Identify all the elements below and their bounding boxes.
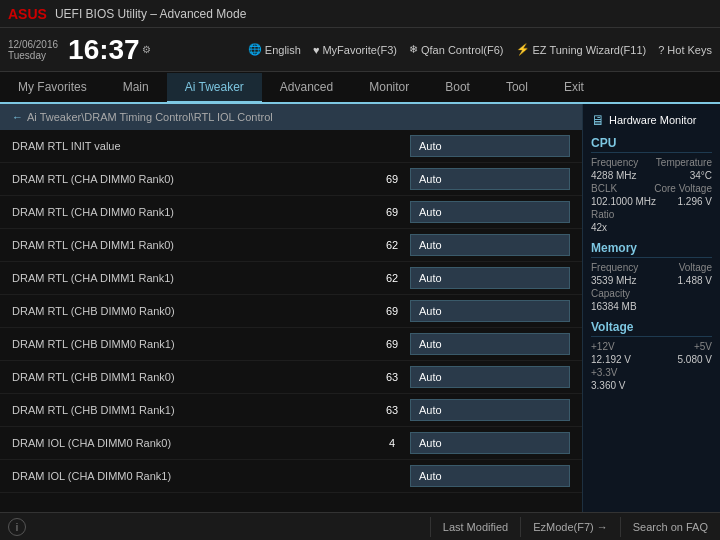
cpu-temp-val: 34°C bbox=[690, 170, 712, 181]
setting-num: 69 bbox=[382, 173, 402, 185]
cpu-bclk-label: BCLK bbox=[591, 183, 617, 194]
mem-cap-val: 16384 MB bbox=[591, 301, 712, 312]
setting-num: 62 bbox=[382, 272, 402, 284]
setting-num: 69 bbox=[382, 338, 402, 350]
cpu-ratio-label: Ratio bbox=[591, 209, 614, 220]
cpu-ratio-val: 42x bbox=[591, 222, 712, 233]
setting-label: DRAM IOL (CHA DIMM0 Rank0) bbox=[12, 437, 382, 449]
mem-freq-label: Frequency bbox=[591, 262, 638, 273]
setting-row[interactable]: DRAM RTL (CHB DIMM0 Rank1)69Auto bbox=[0, 328, 582, 361]
setting-label: DRAM RTL (CHA DIMM0 Rank1) bbox=[12, 206, 382, 218]
volt-12v-val: 12.192 V bbox=[591, 354, 631, 365]
tab-monitor[interactable]: Monitor bbox=[351, 72, 427, 102]
setting-num: 69 bbox=[382, 206, 402, 218]
tab-main[interactable]: Main bbox=[105, 72, 167, 102]
setting-dropdown[interactable]: Auto bbox=[410, 399, 570, 421]
setting-row[interactable]: DRAM RTL (CHA DIMM1 Rank0)62Auto bbox=[0, 229, 582, 262]
breadcrumb-text: Ai Tweaker\DRAM Timing Control\RTL IOL C… bbox=[27, 111, 273, 123]
asus-logo: ASUS bbox=[8, 6, 47, 22]
main-panel: ← Ai Tweaker\DRAM Timing Control\RTL IOL… bbox=[0, 104, 582, 512]
ez-tuning-menu[interactable]: ⚡ EZ Tuning Wizard(F11) bbox=[516, 43, 647, 56]
mem-freq-label-row: Frequency Voltage bbox=[591, 262, 712, 273]
sidebar-title: Hardware Monitor bbox=[609, 114, 696, 126]
volt-33v-label-row: +3.3V bbox=[591, 367, 712, 378]
voltage-section-title: Voltage bbox=[591, 320, 712, 337]
info-icon[interactable]: i bbox=[8, 518, 26, 536]
setting-dropdown[interactable]: Auto bbox=[410, 267, 570, 289]
monitor-icon: 🖥 bbox=[591, 112, 605, 128]
setting-dropdown[interactable]: Auto bbox=[410, 432, 570, 454]
setting-row[interactable]: DRAM IOL (CHA DIMM0 Rank1)Auto bbox=[0, 460, 582, 493]
datetime-bar: 12/06/2016 Tuesday 16:37 ⚙ 🌐 English ♥ M… bbox=[0, 28, 720, 72]
cpu-bclk-label-row: BCLK Core Voltage bbox=[591, 183, 712, 194]
setting-num: 63 bbox=[382, 404, 402, 416]
time-display: 16:37 bbox=[68, 36, 140, 64]
setting-dropdown[interactable]: Auto bbox=[410, 333, 570, 355]
setting-label: DRAM RTL (CHA DIMM0 Rank0) bbox=[12, 173, 382, 185]
mem-cap-label: Capacity bbox=[591, 288, 630, 299]
cpu-bclk-val-row: 102.1000 MHz 1.296 V bbox=[591, 196, 712, 207]
tab-exit[interactable]: Exit bbox=[546, 72, 602, 102]
tab-advanced[interactable]: Advanced bbox=[262, 72, 351, 102]
tab-ai-tweaker[interactable]: Ai Tweaker bbox=[167, 73, 262, 103]
mem-freq-val: 3539 MHz bbox=[591, 275, 637, 286]
setting-row[interactable]: DRAM RTL (CHA DIMM0 Rank0)69Auto bbox=[0, 163, 582, 196]
setting-dropdown[interactable]: Auto bbox=[410, 135, 570, 157]
bottom-bar: i Last Modified EzMode(F7) → Search on F… bbox=[0, 512, 720, 540]
setting-dropdown[interactable]: Auto bbox=[410, 300, 570, 322]
cpu-freq-val: 4288 MHz bbox=[591, 170, 637, 181]
mem-voltage-label: Voltage bbox=[679, 262, 712, 273]
nav-tabs: My Favorites Main Ai Tweaker Advanced Mo… bbox=[0, 72, 720, 104]
cpu-ratio-label-row: Ratio bbox=[591, 209, 712, 220]
cpu-freq-val-row: 4288 MHz 34°C bbox=[591, 170, 712, 181]
setting-row[interactable]: DRAM RTL (CHA DIMM0 Rank1)69Auto bbox=[0, 196, 582, 229]
setting-label: DRAM RTL (CHA DIMM1 Rank1) bbox=[12, 272, 382, 284]
setting-label: DRAM IOL (CHA DIMM0 Rank1) bbox=[12, 470, 382, 482]
myfavorite-menu[interactable]: ♥ MyFavorite(F3) bbox=[313, 44, 397, 56]
mem-cap-label-row: Capacity bbox=[591, 288, 712, 299]
search-faq-btn[interactable]: Search on FAQ bbox=[620, 517, 720, 537]
mem-freq-val-row: 3539 MHz 1.488 V bbox=[591, 275, 712, 286]
setting-row[interactable]: DRAM IOL (CHA DIMM0 Rank0)4Auto bbox=[0, 427, 582, 460]
setting-label: DRAM RTL (CHA DIMM1 Rank0) bbox=[12, 239, 382, 251]
setting-row[interactable]: DRAM RTL (CHA DIMM1 Rank1)62Auto bbox=[0, 262, 582, 295]
gear-icon[interactable]: ⚙ bbox=[142, 44, 151, 55]
cpu-voltage-val: 1.296 V bbox=[678, 196, 712, 207]
setting-dropdown[interactable]: Auto bbox=[410, 201, 570, 223]
language-menu[interactable]: 🌐 English bbox=[248, 43, 301, 56]
volt-5v-label: +5V bbox=[694, 341, 712, 352]
setting-dropdown[interactable]: Auto bbox=[410, 465, 570, 487]
qfan-menu[interactable]: ❄ Qfan Control(F6) bbox=[409, 43, 504, 56]
bottom-left: i bbox=[0, 518, 34, 536]
content-area: ← Ai Tweaker\DRAM Timing Control\RTL IOL… bbox=[0, 104, 720, 512]
setting-num: 62 bbox=[382, 239, 402, 251]
hot-keys-menu[interactable]: ? Hot Keys bbox=[658, 44, 712, 56]
cpu-bclk-val: 102.1000 MHz bbox=[591, 196, 656, 207]
hardware-monitor-sidebar: 🖥 Hardware Monitor CPU Frequency Tempera… bbox=[582, 104, 720, 512]
volt-12v-label-row: +12V +5V bbox=[591, 341, 712, 352]
breadcrumb: ← Ai Tweaker\DRAM Timing Control\RTL IOL… bbox=[0, 104, 582, 130]
top-menu-icons: 🌐 English ♥ MyFavorite(F3) ❄ Qfan Contro… bbox=[248, 43, 712, 56]
tab-tool[interactable]: Tool bbox=[488, 72, 546, 102]
volt-5v-val: 5.080 V bbox=[678, 354, 712, 365]
setting-dropdown[interactable]: Auto bbox=[410, 366, 570, 388]
tab-boot[interactable]: Boot bbox=[427, 72, 488, 102]
tab-my-favorites[interactable]: My Favorites bbox=[0, 72, 105, 102]
volt-12v-val-row: 12.192 V 5.080 V bbox=[591, 354, 712, 365]
bios-title: UEFI BIOS Utility – Advanced Mode bbox=[55, 7, 246, 21]
breadcrumb-arrow[interactable]: ← bbox=[12, 111, 23, 123]
setting-label: DRAM RTL (CHB DIMM0 Rank0) bbox=[12, 305, 382, 317]
setting-row[interactable]: DRAM RTL (CHB DIMM1 Rank1)63Auto bbox=[0, 394, 582, 427]
setting-dropdown[interactable]: Auto bbox=[410, 234, 570, 256]
last-modified-btn[interactable]: Last Modified bbox=[430, 517, 520, 537]
top-bar: ASUS UEFI BIOS Utility – Advanced Mode bbox=[0, 0, 720, 28]
setting-row[interactable]: DRAM RTL INIT valueAuto bbox=[0, 130, 582, 163]
setting-row[interactable]: DRAM RTL (CHB DIMM0 Rank0)69Auto bbox=[0, 295, 582, 328]
cpu-freq-label: Frequency bbox=[591, 157, 638, 168]
volt-12v-label: +12V bbox=[591, 341, 615, 352]
setting-label: DRAM RTL INIT value bbox=[12, 140, 382, 152]
setting-label: DRAM RTL (CHB DIMM1 Rank0) bbox=[12, 371, 382, 383]
ezmode-btn[interactable]: EzMode(F7) → bbox=[520, 517, 620, 537]
setting-dropdown[interactable]: Auto bbox=[410, 168, 570, 190]
setting-row[interactable]: DRAM RTL (CHB DIMM1 Rank0)63Auto bbox=[0, 361, 582, 394]
